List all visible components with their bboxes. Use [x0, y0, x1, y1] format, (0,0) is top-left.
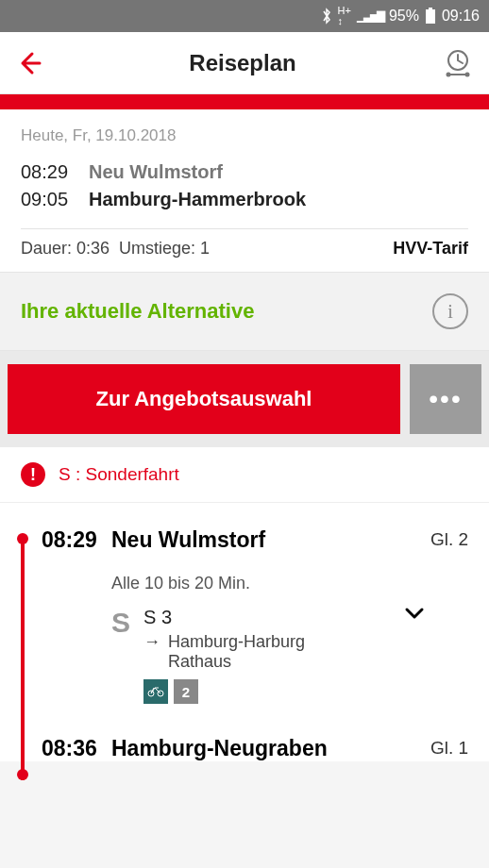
tariff-label: HVV-Tarif — [393, 239, 468, 259]
svg-point-4 — [465, 72, 470, 76]
notice-text: S : Sonderfahrt — [59, 464, 179, 485]
journey-legs: 08:29 Neu Wulmstorf Alle 10 bis 20 Min. … — [0, 503, 489, 761]
direction-text: Hamburg-Harburg Rathaus — [168, 632, 357, 672]
frequency-text: Alle 10 bis 20 Min. — [111, 574, 430, 593]
network-icon: H+↕ — [338, 6, 351, 26]
more-button[interactable]: ••• — [410, 364, 481, 434]
app-bar: Reiseplan — [0, 32, 489, 94]
platform-text: Gl. 2 — [430, 527, 468, 550]
leg-item: 08:36 Hamburg-Neugraben Gl. 1 — [21, 736, 468, 761]
svg-point-3 — [447, 72, 451, 76]
realtime-icon[interactable] — [442, 47, 474, 79]
alternative-label: Ihre aktuelle Alternative — [21, 299, 254, 324]
accent-strip — [0, 94, 489, 109]
leg-station: Neu Wulmstorf — [111, 527, 430, 553]
leg-station: Hamburg-Neugraben — [111, 736, 430, 761]
cta-row: Zur Angebotsauswahl ••• — [0, 351, 489, 447]
leg-time: 08:36 — [21, 736, 111, 761]
alert-icon: ! — [21, 462, 45, 487]
sbahn-icon: S — [111, 607, 130, 639]
origin-station: Neu Wulmstorf — [89, 159, 223, 186]
changes-label: Umstiege: 1 — [119, 239, 210, 258]
timeline-dot — [17, 769, 28, 780]
page-title: Reiseplan — [43, 50, 442, 76]
battery-text: 95% — [389, 8, 419, 25]
class-badge: 2 — [174, 679, 198, 704]
svg-rect-1 — [429, 8, 432, 9]
arrow-right-icon: → — [143, 632, 160, 652]
svg-rect-0 — [426, 9, 435, 24]
info-button[interactable]: i — [432, 293, 468, 329]
duration-label: Dauer: 0:36 — [21, 239, 110, 258]
leg-time: 08:29 — [21, 527, 111, 553]
destination-station: Hamburg-Hammerbrook — [89, 186, 306, 213]
expand-button[interactable] — [404, 607, 430, 620]
status-time: 09:16 — [442, 8, 480, 25]
status-bar: H+↕ ▁▃▅▇ 95% 09:16 — [0, 0, 489, 32]
platform-text: Gl. 1 — [430, 736, 468, 759]
journey-summary-card: Heute, Fr, 19.10.2018 08:29 Neu Wulmstor… — [0, 109, 489, 272]
alternative-bar: Ihre aktuelle Alternative i — [0, 272, 489, 351]
leg-item: 08:29 Neu Wulmstorf Alle 10 bis 20 Min. … — [21, 527, 468, 704]
notice-bar[interactable]: ! S : Sonderfahrt — [0, 447, 489, 503]
journey-date: Heute, Fr, 19.10.2018 — [21, 126, 468, 145]
departure-time: 08:29 — [21, 159, 77, 186]
bike-badge — [143, 679, 168, 704]
line-name: S 3 — [143, 607, 391, 628]
signal-icon: ▁▃▅▇ — [357, 9, 383, 23]
offers-button[interactable]: Zur Angebotsauswahl — [8, 364, 400, 434]
arrival-time: 09:05 — [21, 186, 77, 213]
battery-icon — [425, 8, 436, 25]
back-button[interactable] — [15, 49, 43, 77]
info-icon: i — [447, 301, 453, 323]
bluetooth-icon — [321, 8, 332, 25]
